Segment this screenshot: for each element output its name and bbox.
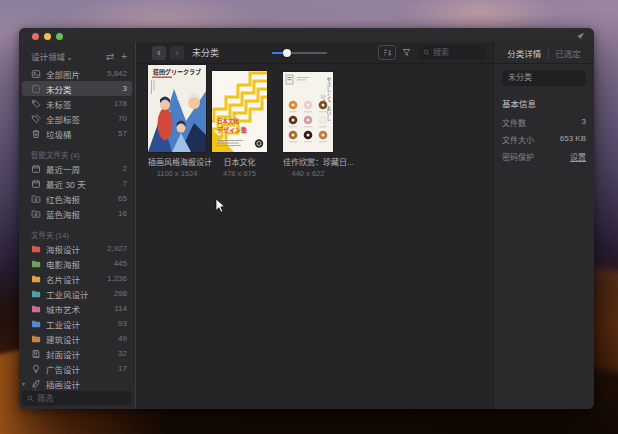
item-count: 32 <box>114 349 127 358</box>
thumbnail-size-slider[interactable] <box>272 49 327 57</box>
slider-thumb[interactable] <box>283 49 291 57</box>
item-count: 57 <box>114 129 127 138</box>
main-toolbar: ‹ › 未分类 <box>136 42 493 64</box>
sidebar-item-trash[interactable]: 垃圾桶 57 <box>19 126 135 141</box>
item-count: 445 <box>110 259 127 268</box>
calendar-icon <box>31 179 41 189</box>
search-input[interactable] <box>433 48 481 57</box>
app-window: 设计领域 ▾ ⇄ + 全部图片 5,842 未分类 3 <box>19 28 594 409</box>
item-count: 1,236 <box>103 274 127 283</box>
sidebar-item-industrial-design[interactable]: 工业设计 93 <box>19 316 135 331</box>
forward-button[interactable]: › <box>170 46 184 60</box>
tab-selected[interactable]: 已选定 <box>555 47 581 59</box>
item-label: 全部标签 <box>46 113 80 125</box>
info-row-file-count: 文件数 3 <box>502 117 586 128</box>
content-area: ‹ › 未分类 <box>136 42 493 409</box>
quill-icon <box>31 379 41 389</box>
close-button[interactable] <box>32 33 39 40</box>
sidebar-item-last-30-days[interactable]: 最近 30 天 7 <box>19 176 135 191</box>
asset-dimensions: 440 x 622 <box>283 169 333 178</box>
section-folders: 文件夹 (14) <box>19 228 135 241</box>
poster-thumbnail-donuts[interactable]: やさしくて、おいしい。 <box>283 72 333 152</box>
search-icon <box>27 395 34 402</box>
item-count: 3 <box>119 84 127 93</box>
item-label: 海报设计 <box>46 243 80 255</box>
item-count: 16 <box>114 209 127 218</box>
poster-art-vertical-text: やさしくて、おいしい。 <box>319 76 331 122</box>
item-label: 蓝色海报 <box>46 208 80 220</box>
item-label: 工业设计 <box>46 318 80 330</box>
view-title: 未分类 <box>192 46 219 59</box>
sidebar-item-movie-posters[interactable]: 电影海报 445 <box>19 256 135 271</box>
asset-card[interactable]: 日本文化 デザイン塾 日本文化 478 x 675 <box>212 65 267 178</box>
sort-button[interactable] <box>378 45 396 60</box>
folder-icon <box>31 319 41 329</box>
poster-artwork <box>212 71 267 152</box>
titlebar[interactable] <box>19 28 594 42</box>
sidebar-item-all-images[interactable]: 全部图片 5,842 <box>19 66 135 81</box>
item-count: 17 <box>114 364 127 373</box>
item-label: 全部图片 <box>46 68 80 80</box>
minimize-button[interactable] <box>44 33 51 40</box>
lightbulb-icon <box>31 364 41 374</box>
sidebar-filter-input[interactable] <box>37 394 126 403</box>
password-settings-link[interactable]: 设置 <box>570 151 586 162</box>
filter-button[interactable] <box>399 45 413 60</box>
item-label: 电影海报 <box>46 258 80 270</box>
asset-dimensions: 1100 x 1524 <box>148 169 206 178</box>
sidebar-item-poster-design[interactable]: 海报设计 2,927 <box>19 241 135 256</box>
sidebar-item-architecture[interactable]: 建筑设计 49 <box>19 331 135 346</box>
sidebar-item-untagged[interactable]: 未标签 178 <box>19 96 135 111</box>
zoom-button[interactable] <box>56 33 63 40</box>
sidebar-item-industrial-style[interactable]: 工业风设计 298 <box>19 286 135 301</box>
sidebar-filter-box[interactable] <box>22 391 131 405</box>
sidebar-item-ad-design[interactable]: 广告设计 17 <box>19 361 135 376</box>
poster-thumbnail-japan-culture[interactable]: 日本文化 デザイン塾 <box>212 71 267 152</box>
sidebar-item-last-week[interactable]: 最近一周 2 <box>19 161 135 176</box>
sidebar-item-business-cards[interactable]: 名片设计 1,236 <box>19 271 135 286</box>
item-count: 70 <box>114 114 127 123</box>
asset-title: 插画风格海报设计 <box>148 156 206 167</box>
tab-category-details[interactable]: 分类详情 <box>507 47 541 59</box>
sidebar-item-urban-art[interactable]: 城市艺术 114 <box>19 301 135 316</box>
item-label: 城市艺术 <box>46 303 80 315</box>
poster-thumbnail-illustration[interactable]: 荘田グリークラブ <box>148 65 206 152</box>
folder-icon <box>31 274 41 284</box>
folder-icon <box>31 259 41 269</box>
disclosure-triangle-icon[interactable]: ▾ <box>22 380 25 387</box>
item-label: 最近一周 <box>46 163 80 175</box>
info-label: 密码保护 <box>502 151 534 162</box>
item-label: 未标签 <box>46 98 72 110</box>
box-icon <box>31 84 41 94</box>
asset-title: 日本文化 <box>212 156 267 167</box>
panel-tabs: 分类详情 | 已选定 <box>494 42 594 64</box>
sidebar-item-blue-posters[interactable]: 蓝色海报 16 <box>19 206 135 221</box>
item-label: 名片设计 <box>46 273 80 285</box>
desktop-background: 设计领域 ▾ ⇄ + 全部图片 5,842 未分类 3 <box>0 0 618 434</box>
sidebar-item-red-posters[interactable]: 红色海报 65 <box>19 191 135 206</box>
search-box[interactable] <box>418 45 486 60</box>
switch-library-icon[interactable]: ⇄ <box>106 52 114 62</box>
folder-icon <box>31 244 41 254</box>
item-count: 114 <box>110 304 127 313</box>
asset-card[interactable]: やさしくて、おいしい。 佳作欣赏：珍藏日... 440 x 622 <box>283 65 333 178</box>
back-button[interactable]: ‹ <box>152 46 166 60</box>
info-value: 3 <box>582 117 586 128</box>
tab-separator: | <box>547 48 549 58</box>
sidebar-item-all-tags[interactable]: 全部标签 70 <box>19 111 135 126</box>
sidebar-item-uncategorized[interactable]: 未分类 3 <box>22 81 132 96</box>
poster-art-line1: 日本文化 <box>217 117 239 125</box>
folder-icon <box>31 304 41 314</box>
sort-icon <box>383 48 392 57</box>
library-name[interactable]: 设计领域 <box>31 50 65 62</box>
trash-icon <box>31 129 41 139</box>
category-name-field[interactable]: 未分类 <box>502 70 586 86</box>
add-folder-icon[interactable]: + <box>121 52 127 62</box>
info-row-password: 密码保护 设置 <box>502 151 586 162</box>
asset-card[interactable]: 荘田グリークラブ 插画风格海报设计 1100 x 1524 <box>148 65 206 178</box>
pin-icon[interactable] <box>576 32 585 41</box>
poster-art-title: 荘田グリークラブ <box>148 67 206 76</box>
poster-artwork <box>148 65 206 152</box>
sidebar-item-cover-design[interactable]: 封面设计 32 <box>19 346 135 361</box>
sidebar-header: 设计领域 ▾ ⇄ + <box>19 42 135 66</box>
